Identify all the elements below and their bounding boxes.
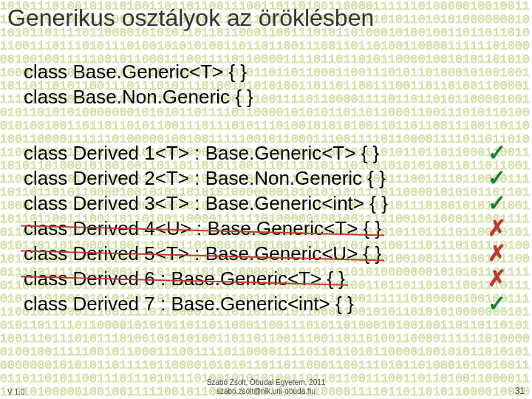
footer-version: V 1.0 bbox=[7, 388, 24, 396]
code-line: class Derived 3<T> : Base.Generic<int> {… bbox=[24, 191, 388, 216]
code-block-base: class Base.Generic<T> { } class Base.Non… bbox=[24, 59, 253, 109]
check-icon: ✓ bbox=[488, 166, 506, 191]
code-block-derived: class Derived 1<T> : Base.Generic<T> { }… bbox=[24, 140, 388, 316]
footer-page-number: 31 bbox=[515, 386, 525, 396]
cross-icon: ✗ bbox=[488, 266, 506, 291]
cross-icon: ✗ bbox=[488, 216, 506, 241]
validity-marks: ✓ ✓ ✓ ✗ ✗ ✗ ✓ bbox=[488, 140, 506, 316]
strike-line: class Derived 5<T> : Base.Generic<U> { } bbox=[24, 242, 381, 265]
code-line: class Derived 6 : Base.Generic<T> { } bbox=[24, 266, 388, 291]
footer-author-line1: Szabó Zsolt, Óbudai Egyetem, 2011 bbox=[207, 378, 326, 386]
code-line: class Derived 4<U> : Base.Generic<T> { } bbox=[24, 216, 388, 241]
check-icon: ✓ bbox=[488, 140, 506, 166]
footer-author: Szabó Zsolt, Óbudai Egyetem, 2011 szabo.… bbox=[207, 378, 326, 396]
slide-title: Generikus osztályok az öröklésben bbox=[7, 4, 374, 32]
footer-author-line2: szabo.zsolt@nik.uni-obuda.hu bbox=[216, 387, 316, 395]
strike-line: class Derived 6 : Base.Generic<T> { } bbox=[24, 267, 345, 290]
code-line: class Base.Generic<T> { } bbox=[24, 59, 253, 84]
code-line: class Derived 7 : Base.Generic<int> { } bbox=[24, 291, 388, 316]
check-icon: ✓ bbox=[488, 191, 506, 216]
code-line: class Derived 1<T> : Base.Generic<T> { } bbox=[24, 140, 388, 166]
code-line: class Derived 2<T> : Base.Non.Generic { … bbox=[24, 166, 388, 191]
code-line: class Base.Non.Generic { } bbox=[24, 84, 253, 109]
check-icon: ✓ bbox=[488, 291, 506, 316]
code-line: class Derived 5<T> : Base.Generic<U> { } bbox=[24, 241, 388, 266]
cross-icon: ✗ bbox=[488, 241, 506, 266]
strike-line: class Derived 4<U> : Base.Generic<T> { } bbox=[24, 217, 381, 239]
